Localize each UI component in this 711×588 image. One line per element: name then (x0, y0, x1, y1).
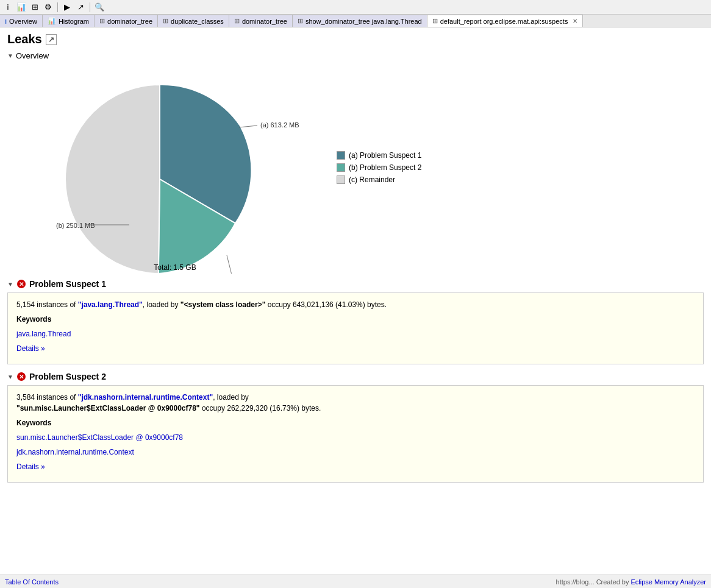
tab-dom2-label: dominator_tree (242, 18, 287, 25)
suspect1-prefix: 5,154 instances of (16, 300, 78, 309)
tab-overview-label: Overview (9, 18, 37, 25)
suspect2-prefix: 3,584 instances of (16, 393, 78, 402)
suspect2-header[interactable]: ▼ ✕ Problem Suspect 2 (7, 372, 704, 381)
legend-label-c: (c) Remainder (349, 175, 395, 184)
suspect2-keywords-label: Keywords (16, 417, 695, 428)
legend-item-a: (a) Problem Suspect 1 (337, 151, 421, 160)
legend-item-b: (b) Problem Suspect 2 (337, 163, 421, 172)
suspect1-suffix: occupy 643,021,136 (41.03%) bytes. (265, 300, 387, 309)
overview-collapse-arrow: ▼ (7, 52, 13, 59)
suspect2-suffix: occupy 262,229,320 (16.73%) bytes. (200, 404, 321, 413)
tab-dominator1[interactable]: ⊞ dominator_tree (95, 15, 158, 27)
tab-duplicate[interactable]: ⊞ duplicate_classes (158, 15, 229, 27)
pie-segment-c (65, 85, 160, 274)
gear-icon[interactable]: ⚙ (43, 2, 54, 13)
separator1 (57, 2, 58, 12)
suspect1-box: 5,154 instances of "java.lang.Thread", l… (7, 292, 704, 364)
suspect2-keyword1-link[interactable]: sun.misc.Launcher$ExtClassLoader @ 0x900… (16, 433, 183, 442)
page-title-container: Leaks ↗ (7, 32, 704, 46)
suspect2-details-link[interactable]: Details » (16, 462, 45, 471)
label-b: (b) 250.1 MB (56, 222, 95, 229)
separator2 (90, 2, 90, 12)
overview-section-header[interactable]: ▼ Overview (7, 51, 704, 60)
tab-histogram-icon: 📊 (48, 17, 56, 25)
legend-color-b (337, 163, 345, 172)
suspect2-keyword2-link[interactable]: jdk.nashorn.internal.runtime.Context (16, 448, 134, 456)
suspect1-keywords-label: Keywords (16, 314, 695, 325)
tab-dup-label: duplicate_classes (171, 18, 224, 25)
legend-color-a (337, 151, 345, 160)
legend-label-b: (b) Problem Suspect 2 (349, 163, 421, 172)
suspect1-header[interactable]: ▼ ✕ Problem Suspect 1 (7, 279, 704, 289)
suspect1-section: ▼ ✕ Problem Suspect 1 5,154 instances of… (7, 279, 704, 364)
bar-chart-icon[interactable]: 📊 (16, 2, 27, 13)
label-a: (a) 613.2 MB (260, 121, 299, 129)
suspect2-error-icon: ✕ (17, 372, 26, 381)
tab-showdom-label: show_dominator_tree java.lang.Thread (305, 18, 422, 25)
suspect2-loader: "sun.misc.Launcher$ExtClassLoader @ 0x90… (16, 404, 200, 413)
tab-close-button[interactable]: ✕ (573, 18, 577, 24)
tab-overview-icon: i (5, 18, 7, 25)
suspect1-title: Problem Suspect 1 (29, 279, 106, 289)
suspect1-details-container: Details » (16, 343, 695, 354)
line-c (227, 255, 233, 274)
pie-chart-wrapper: (a) 613.2 MB (b) 250.1 MB (c) 631.2 MB T… (7, 66, 312, 272)
leaks-title: Leaks (7, 32, 42, 46)
suspect1-details-link[interactable]: Details » (16, 344, 45, 353)
suspect1-classname[interactable]: "java.lang.Thread" (78, 300, 143, 309)
suspect2-classname[interactable]: "jdk.nashorn.internal.runtime.Context" (78, 393, 213, 402)
export-icon[interactable]: ↗ (75, 2, 86, 13)
tab-show-dom[interactable]: ⊞ show_dominator_tree java.lang.Thread (293, 15, 427, 27)
tab-showdom-icon: ⊞ (298, 17, 303, 25)
line-a (239, 126, 257, 127)
tab-dom1-label: dominator_tree (107, 18, 152, 25)
tab-dom1-icon: ⊞ (99, 17, 105, 25)
tab-dom2-icon: ⊞ (234, 17, 240, 25)
suspect2-middle: , loaded by (213, 393, 249, 402)
tab-bar: i Overview 📊 Histogram ⊞ dominator_tree … (0, 15, 711, 27)
play-icon[interactable]: ▶ (62, 2, 73, 13)
suspect2-keyword1-container: sun.misc.Launcher$ExtClassLoader @ 0x900… (16, 432, 695, 443)
tab-report-label: default_report org.eclipse.mat.api:suspe… (440, 18, 568, 25)
suspect2-section: ▼ ✕ Problem Suspect 2 3,584 instances of… (7, 372, 704, 483)
tab-histogram[interactable]: 📊 Histogram (43, 15, 95, 27)
legend-item-c: (c) Remainder (337, 175, 421, 184)
suspect2-collapse-arrow: ▼ (7, 374, 13, 380)
info-icon[interactable]: i (2, 2, 13, 13)
suspect1-description: 5,154 instances of "java.lang.Thread", l… (16, 299, 695, 310)
search-icon[interactable]: 🔍 (94, 2, 105, 13)
tab-overview[interactable]: i Overview (0, 15, 43, 27)
main-content: Leaks ↗ ▼ Overview ( (0, 27, 711, 495)
overview-label: Overview (16, 51, 49, 60)
suspect2-box: 3,584 instances of "jdk.nashorn.internal… (7, 385, 704, 483)
legend-color-c (337, 175, 345, 184)
grid-icon[interactable]: ⊞ (29, 2, 40, 13)
suspect2-details-container: Details » (16, 461, 695, 472)
toolbar: i 📊 ⊞ ⚙ ▶ ↗ 🔍 (0, 0, 711, 15)
suspect1-keyword1-container: java.lang.Thread (16, 328, 695, 339)
suspect2-description: 3,584 instances of "jdk.nashorn.internal… (16, 392, 695, 414)
suspect1-middle: , loaded by (143, 300, 180, 309)
chart-container: (a) 613.2 MB (b) 250.1 MB (c) 631.2 MB T… (7, 66, 704, 272)
suspect1-error-icon: ✕ (17, 280, 26, 288)
tab-dominator2[interactable]: ⊞ dominator_tree (229, 15, 293, 27)
tab-histogram-label: Histogram (59, 18, 89, 25)
pie-chart: (a) 613.2 MB (b) 250.1 MB (c) 631.2 MB (7, 66, 312, 274)
suspect2-keyword2-container: jdk.nashorn.internal.runtime.Context (16, 447, 695, 458)
tab-dup-icon: ⊞ (163, 17, 168, 25)
tab-default-report[interactable]: ⊞ default_report org.eclipse.mat.api:sus… (427, 15, 584, 27)
tab-report-icon: ⊞ (432, 17, 438, 25)
suspect1-collapse-arrow: ▼ (7, 281, 13, 288)
suspect2-title: Problem Suspect 2 (29, 372, 106, 381)
suspect1-keyword1-link[interactable]: java.lang.Thread (16, 330, 71, 338)
legend-label-a: (a) Problem Suspect 1 (349, 151, 421, 160)
chart-legend: (a) Problem Suspect 1 (b) Problem Suspec… (337, 151, 421, 188)
suspect1-loader: "<system class loader>" (180, 300, 265, 309)
external-link-icon[interactable]: ↗ (46, 34, 57, 45)
